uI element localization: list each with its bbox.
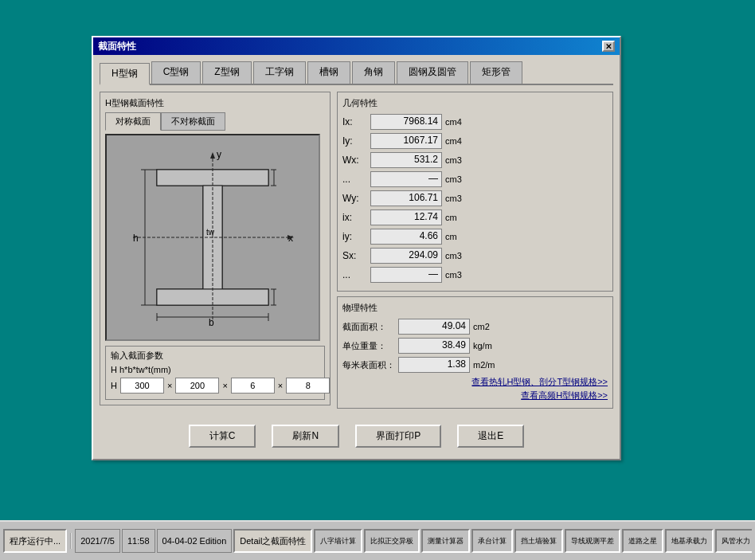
taskbar-icon-4[interactable]: 挡土墙验算 <box>514 529 563 553</box>
prop-area-unit: cm2 <box>473 322 501 331</box>
phys-props-box: 物理特性 截面面积： 49.04 cm2 单位重量： 38.49 kg/m <box>337 296 613 409</box>
svg-text:tw: tw <box>206 228 215 237</box>
modal-content: H型钢 C型钢 Z型钢 工字钢 槽钢 角钢 圆钢及圆管 矩形管 H型钢截面特性 <box>93 55 620 459</box>
taskbar-date: 2021/7/5 <box>80 536 115 546</box>
input-params-box: 输入截面参数 H h*b*tw*t(mm) H × × × <box>105 346 325 400</box>
modal-titlebar: 截面特性 ✕ <box>93 37 620 55</box>
modal-overlay: 截面特性 ✕ H型钢 C型钢 Z型钢 工字钢 槽钢 角钢 圆钢及圆管 矩形管 <box>0 0 755 560</box>
taskbar-edition-label: 04-04-02 Edition <box>162 536 227 546</box>
exit-button[interactable]: 退出E <box>457 425 524 448</box>
param-h-label: H <box>111 381 117 390</box>
phys-props-title: 物理特性 <box>342 302 608 314</box>
prop-wx: Wx: 531.2 cm3 <box>342 152 608 168</box>
calc-button[interactable]: 计算C <box>189 425 256 448</box>
tab-angle-steel[interactable]: 角钢 <box>352 61 395 84</box>
times-1: × <box>167 381 172 390</box>
prop-wy-value: 106.71 <box>370 190 442 206</box>
param-b-input[interactable] <box>175 378 219 394</box>
prop-iyr: iy: 4.66 cm <box>342 229 608 245</box>
taskbar-icon-5[interactable]: 导线观测平差 <box>565 529 620 553</box>
prop-weight: 单位重量： 38.49 kg/m <box>342 338 608 354</box>
prop-surface: 每米表面积： 1.38 m2/m <box>342 357 608 373</box>
taskbar-icon-7[interactable]: 地基承载力 <box>665 529 714 553</box>
prop-wx-value: 531.2 <box>370 152 442 168</box>
sub-tab-symmetric[interactable]: 对称截面 <box>105 112 161 131</box>
prop-dots2-value: — <box>370 267 442 283</box>
prop-area-value: 49.04 <box>398 319 470 335</box>
taskbar-edition: 04-04-02 Edition <box>157 529 233 553</box>
prop-sx-unit: cm3 <box>445 251 473 260</box>
taskbar-app-item[interactable]: Detail之截面特性 <box>233 529 312 553</box>
prop-surface-unit: m2/m <box>473 360 501 370</box>
modal-title: 截面特性 <box>98 40 136 53</box>
taskbar-app-label: Detail之截面特性 <box>240 535 306 547</box>
prop-ix-unit: cm4 <box>445 117 473 127</box>
tab-h-steel[interactable]: H型钢 <box>100 63 150 85</box>
prop-wy: Wy: 106.71 cm3 <box>342 190 608 206</box>
prop-surface-label: 每米表面积： <box>342 359 398 371</box>
prop-dots1: ... — cm3 <box>342 171 608 187</box>
prop-dots1-label: ... <box>342 174 370 185</box>
sub-tab-asymmetric[interactable]: 不对称截面 <box>161 112 225 131</box>
h-steel-section-box: H型钢截面特性 对称截面 不对称截面 <box>100 92 331 405</box>
prop-iyr-unit: cm <box>445 232 473 241</box>
taskbar-icon-3[interactable]: 承台计算 <box>471 529 513 553</box>
param-h-input[interactable] <box>120 378 164 394</box>
spec-link-1[interactable]: 查看热轧H型钢、剖分T型钢规格>> <box>342 376 608 388</box>
prop-wy-unit: cm3 <box>445 194 473 203</box>
prop-iy: Iy: 1067.17 cm4 <box>342 133 608 149</box>
prop-wy-label: Wy: <box>342 193 370 204</box>
spec-link-2[interactable]: 查看高频H型钢规格>> <box>342 390 608 401</box>
prop-dots2-unit: cm3 <box>445 270 473 280</box>
prop-iy-value: 1067.17 <box>370 133 442 149</box>
svg-text:b: b <box>209 317 214 328</box>
times-2: × <box>222 381 227 390</box>
left-panel: H型钢截面特性 对称截面 不对称截面 <box>100 92 331 413</box>
prop-surface-value: 1.38 <box>398 357 470 373</box>
taskbar-datetime: 2021/7/5 <box>75 529 120 553</box>
close-icon[interactable]: ✕ <box>602 41 615 52</box>
taskbar-program-item[interactable]: 程序运行中... <box>3 529 67 553</box>
tab-channel-steel[interactable]: 槽钢 <box>307 61 350 84</box>
taskbar: 程序运行中... 2021/7/5 11:58 04-04-02 Edition… <box>0 520 755 560</box>
taskbar-icon-6[interactable]: 道路之星 <box>622 529 663 553</box>
input-section-title: 输入截面参数 <box>111 350 319 362</box>
tab-z-steel[interactable]: Z型钢 <box>202 61 251 84</box>
tab-rect-tube[interactable]: 矩形管 <box>470 61 522 84</box>
section-title: H型钢截面特性 <box>105 97 325 109</box>
prop-dots2-label: ... <box>342 269 370 280</box>
prop-dots2: ... — cm3 <box>342 267 608 283</box>
input-section-subtitle: H h*b*tw*t(mm) <box>111 365 319 374</box>
prop-area-label: 截面面积： <box>342 321 398 333</box>
tab-bar: H型钢 C型钢 Z型钢 工字钢 槽钢 角钢 圆钢及圆管 矩形管 <box>100 61 613 85</box>
taskbar-app-icons: 八字墙计算 比拟正交异板 测量计算器 承台计算 挡土墙验算 导线观测平差 道路之… <box>314 529 752 553</box>
print-button[interactable]: 界面打印P <box>355 425 441 448</box>
prop-dots1-value: — <box>370 171 442 187</box>
param-t-input[interactable] <box>286 378 330 394</box>
prop-iyr-label: iy: <box>342 231 370 242</box>
prop-ixr: ix: 12.74 cm <box>342 210 608 225</box>
prop-area: 截面面积： 49.04 cm2 <box>342 319 608 335</box>
prop-weight-label: 单位重量： <box>342 340 398 352</box>
param-tw-input[interactable] <box>231 378 275 394</box>
refresh-button[interactable]: 刷新N <box>272 425 339 448</box>
svg-marker-8 <box>210 152 215 159</box>
prop-weight-value: 38.49 <box>398 338 470 354</box>
modal-body: H型钢截面特性 对称截面 不对称截面 <box>100 92 613 413</box>
taskbar-separator-1 <box>70 533 72 549</box>
h-beam-svg: y x <box>117 146 308 329</box>
prop-ixr-unit: cm <box>445 213 473 222</box>
right-panel: 几何特性 Ix: 7968.14 cm4 Iy: 1067.17 cm4 <box>337 92 613 413</box>
taskbar-icon-0[interactable]: 八字墙计算 <box>314 529 362 553</box>
h-beam-diagram: y x <box>105 134 320 341</box>
prop-ix-value: 7968.14 <box>370 114 442 130</box>
taskbar-icon-8[interactable]: 风管水力 <box>715 529 752 553</box>
tab-c-steel[interactable]: C型钢 <box>151 61 201 84</box>
times-3: × <box>278 381 283 390</box>
taskbar-icon-2[interactable]: 测量计算器 <box>421 529 470 553</box>
prop-ix-label: Ix: <box>342 116 370 127</box>
tab-round-steel[interactable]: 圆钢及圆管 <box>397 61 468 84</box>
prop-sx: Sx: 294.09 cm3 <box>342 248 608 264</box>
tab-i-steel[interactable]: 工字钢 <box>253 61 306 84</box>
taskbar-icon-1[interactable]: 比拟正交异板 <box>364 529 420 553</box>
